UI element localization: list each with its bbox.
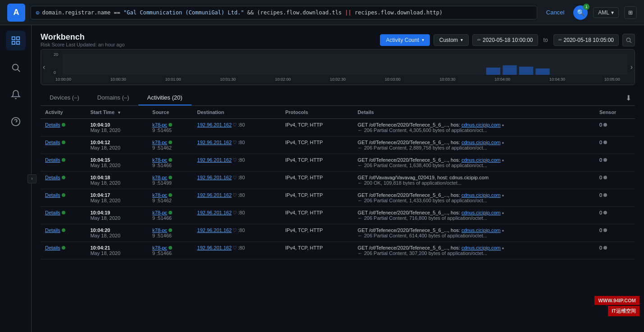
- cell-details: GET /of/Tefenece/2020/Tefenece_5_6_..., …: [353, 154, 595, 172]
- grid-button[interactable]: ⊞: [624, 6, 637, 19]
- custom-dropdown[interactable]: Custom ▾: [434, 34, 469, 46]
- source-link[interactable]: k78-pc: [152, 227, 167, 233]
- topbar: A ⊙ domain.registrar.name == "Gal Commun…: [0, 0, 644, 25]
- details-sub: ← 206 Partial Content, 1,638,400 bytes o…: [358, 163, 487, 168]
- source-port: 9 :51499: [152, 180, 172, 186]
- tab-activities[interactable]: Activities (20): [138, 91, 192, 105]
- grid-icon: ⊞: [628, 9, 633, 16]
- status-dot: [62, 228, 65, 232]
- workbench-header: Workbench Risk Score Last Updated: an ho…: [41, 32, 635, 47]
- dest-port: :80: [238, 140, 245, 145]
- cell-start-time: 10:04:10May 18, 2020: [86, 119, 148, 136]
- details-domain-link[interactable]: cdnus.cicipip.com: [461, 192, 501, 198]
- search-icon: 🔍: [577, 9, 585, 16]
- activity-count-button[interactable]: Activity Count ▾: [380, 34, 429, 46]
- sidebar-item-investigate[interactable]: [6, 58, 26, 77]
- cell-activity: Details: [41, 207, 86, 224]
- activity-count-chevron: ▾: [422, 37, 424, 42]
- dest-ip[interactable]: 192.96.201.162: [197, 175, 232, 180]
- details-domain-link[interactable]: cdnus.cicipip.com: [461, 245, 501, 250]
- source-port: 9 :51466: [152, 215, 172, 221]
- cell-details: GET /of/Tefenece/2020/Tefenece_5_6_..., …: [353, 242, 595, 259]
- cell-details: GET /of/Tefenece/2020/Tefenece_5_6_..., …: [353, 119, 595, 136]
- query-bar[interactable]: ⊙ domain.registrar.name == "Gal Communic…: [31, 6, 537, 19]
- chart-x-label-8: 10:04:00: [494, 77, 510, 82]
- sidebar-item-alerts[interactable]: [6, 85, 26, 105]
- search-button[interactable]: 🔍 1: [573, 5, 588, 20]
- cell-source: k78-pc9 :51465: [148, 119, 193, 136]
- details-text: GET /of/Tefenece/2020/Tefenece_5_6_..., …: [358, 192, 461, 198]
- details-link[interactable]: Details: [45, 192, 60, 198]
- source-link[interactable]: k78-pc: [152, 210, 167, 215]
- dest-icon: ♡: [233, 175, 237, 180]
- source-link[interactable]: k78-pc: [152, 122, 167, 127]
- download-button[interactable]: ⬇: [626, 94, 631, 102]
- dest-ip[interactable]: 192.96.201.162: [197, 192, 232, 198]
- details-domain-link[interactable]: cdnus.cicipip.com: [461, 227, 501, 233]
- details-domain-link[interactable]: cdnus.cicipip.com: [461, 210, 501, 215]
- source-link[interactable]: k78-pc: [152, 192, 167, 198]
- app-logo: A: [7, 4, 25, 22]
- date-to-picker[interactable]: ✏ 2020-05-18 10:05:00: [553, 34, 619, 46]
- chart-next-button[interactable]: ›: [630, 63, 633, 71]
- activities-table-container[interactable]: Activity Start Time ▼ Source Destination…: [41, 106, 635, 325]
- dest-ip[interactable]: 192.96.201.162: [197, 157, 232, 163]
- source-link[interactable]: k78-pc: [152, 245, 167, 250]
- source-link[interactable]: k78-pc: [152, 157, 167, 163]
- tab-actions: ⬇: [622, 91, 635, 105]
- details-link[interactable]: Details: [45, 140, 60, 145]
- dest-ip[interactable]: 192.96.201.162: [197, 122, 232, 127]
- sensor-status-dot: [603, 123, 607, 127]
- details-link[interactable]: Details: [45, 157, 60, 163]
- chart-x-label-2: 10:01:00: [165, 77, 181, 82]
- tab-domains[interactable]: Domains (–): [88, 91, 138, 105]
- to-label: to: [542, 37, 550, 43]
- custom-chevron: ▾: [461, 37, 463, 42]
- sidebar-item-help[interactable]: [6, 112, 26, 132]
- sidebar-item-workbench[interactable]: [6, 31, 26, 50]
- dest-ip[interactable]: 192.96.201.162: [197, 210, 232, 215]
- details-domain-link[interactable]: cdnus.cicipip.com: [461, 140, 501, 145]
- cell-sensor: 0: [595, 189, 635, 207]
- sensor-status-dot: [603, 176, 607, 179]
- details-link[interactable]: Details: [45, 210, 60, 215]
- chart-x-label-1: 10:00:30: [110, 77, 126, 82]
- cell-details: GET /of/Tefenece/2020/Tefenece_5_6_..., …: [353, 189, 595, 207]
- col-start-time[interactable]: Start Time ▼: [86, 106, 148, 119]
- details-text: GET /of/Tefenece/2020/Tefenece_5_6_..., …: [358, 140, 461, 145]
- source-status-dot: [169, 158, 172, 162]
- dest-ip[interactable]: 192.96.201.162: [197, 227, 232, 233]
- cell-sensor: 0: [595, 136, 635, 154]
- date-search-button[interactable]: [622, 34, 635, 46]
- col-destination: Destination: [193, 106, 281, 119]
- dest-ip[interactable]: 192.96.201.162: [197, 140, 232, 145]
- details-domain-link[interactable]: cdnus.cicipip.com: [461, 157, 501, 163]
- dest-port: :80: [238, 245, 245, 250]
- source-port: 9 :51466: [152, 250, 172, 256]
- details-link[interactable]: Details: [45, 245, 60, 250]
- details-link[interactable]: Details: [45, 175, 60, 180]
- date-from-picker[interactable]: ✏ 2020-05-18 10:00:00: [472, 34, 538, 46]
- details-sub: ← 206 Partial Content, 614,400 bytes of …: [358, 233, 487, 238]
- cell-activity: Details: [41, 242, 86, 259]
- details-link[interactable]: Details: [45, 227, 60, 233]
- details-link[interactable]: Details: [45, 122, 60, 127]
- source-status-dot: [169, 176, 172, 179]
- svg-line-9: [630, 41, 631, 42]
- chart-prev-button[interactable]: ‹: [43, 63, 45, 71]
- source-link[interactable]: k78-pc: [152, 140, 167, 145]
- details-domain-link[interactable]: cdnus.cicipip.com: [461, 122, 501, 127]
- activity-count-label: Activity Count: [386, 37, 419, 43]
- dest-ip[interactable]: 192.96.201.162: [197, 245, 232, 250]
- table-row: Details10:04:19May 18, 2020k78-pc9 :5146…: [41, 207, 635, 224]
- table-header: Activity Start Time ▼ Source Destination…: [41, 106, 635, 119]
- source-link[interactable]: k78-pc: [152, 175, 167, 180]
- cancel-button[interactable]: Cancel: [543, 9, 568, 16]
- aml-selector[interactable]: AML ▾: [593, 7, 619, 18]
- details-text: GET /of/Tefenece/2020/Tefenece_5_6_..., …: [358, 157, 461, 163]
- sidebar-expand-button[interactable]: ›: [27, 174, 37, 183]
- tab-devices[interactable]: Devices (–): [41, 91, 88, 105]
- page-title: Workbench: [41, 32, 125, 42]
- cell-destination: 192.96.201.162♡:80: [193, 224, 281, 242]
- status-dot: [62, 246, 65, 250]
